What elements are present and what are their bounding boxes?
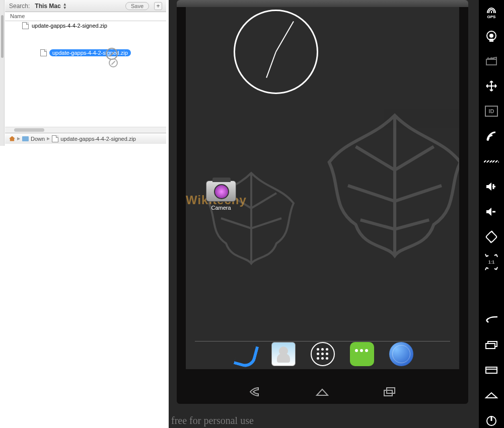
zip-file-icon bbox=[40, 49, 47, 56]
search-scope-text: This Mac bbox=[35, 3, 60, 10]
svg-point-3 bbox=[489, 34, 493, 38]
clock-face-icon bbox=[234, 10, 318, 94]
browser-app-icon[interactable] bbox=[389, 342, 413, 366]
ratio-button[interactable]: 1:1 bbox=[484, 254, 499, 270]
phone-app-icon[interactable] bbox=[232, 342, 256, 366]
nav-home-button[interactable] bbox=[315, 386, 330, 399]
id-button[interactable]: ID bbox=[484, 104, 499, 119]
contacts-app-icon[interactable] bbox=[271, 342, 296, 366]
svg-rect-9 bbox=[486, 344, 495, 349]
clock-widget[interactable] bbox=[234, 10, 324, 100]
home-icon[interactable] bbox=[9, 136, 15, 141]
camera-icon bbox=[206, 181, 236, 202]
search-label: Search: bbox=[9, 3, 30, 10]
path-bar: ▶ Down ▶ update-gapps-4-4-2-signed.zip bbox=[5, 133, 166, 144]
emulator-title-bar[interactable] bbox=[177, 0, 468, 7]
path-separator-icon: ▶ bbox=[17, 136, 20, 141]
horizontal-scrollbar[interactable] bbox=[5, 127, 166, 133]
nav-back-button[interactable] bbox=[248, 386, 262, 400]
svg-rect-8 bbox=[486, 231, 497, 243]
search-toolbar: Search: This Mac ▲▼ Save + bbox=[5, 0, 166, 12]
search-scope-dropdown[interactable]: This Mac ▲▼ bbox=[35, 3, 66, 10]
zip-file-icon bbox=[22, 22, 29, 29]
volume-down-button[interactable] bbox=[484, 204, 499, 219]
android-screen[interactable]: Wikitechy Camera bbox=[186, 7, 459, 369]
no-drop-icon bbox=[109, 58, 118, 67]
svg-point-7 bbox=[487, 139, 489, 141]
ratio-label: 1:1 bbox=[488, 260, 495, 265]
home-button[interactable] bbox=[484, 388, 499, 403]
column-header-name[interactable]: Name bbox=[5, 12, 166, 21]
footer-text: free for personal use bbox=[171, 415, 254, 426]
move-button[interactable] bbox=[484, 78, 499, 94]
add-rule-button[interactable]: + bbox=[154, 2, 162, 10]
path-separator-icon: ▶ bbox=[47, 136, 50, 141]
finder-window: Search: This Mac ▲▼ Save + Name update-g… bbox=[5, 0, 166, 146]
camera-label: Camera bbox=[203, 205, 239, 211]
power-button[interactable] bbox=[484, 413, 499, 428]
pixel-line-icon bbox=[484, 160, 499, 162]
file-list: update-gapps-4-4-2-signed.zip update-gap… bbox=[5, 21, 166, 127]
vertical-scrollbar[interactable] bbox=[0, 0, 5, 146]
folder-icon[interactable] bbox=[22, 136, 29, 141]
pixel-button[interactable] bbox=[484, 154, 499, 169]
emulator-frame: Wikitechy Camera bbox=[177, 0, 468, 404]
messaging-app-icon[interactable] bbox=[350, 342, 374, 366]
camera-app[interactable]: Camera bbox=[203, 181, 239, 211]
gps-label: GPS bbox=[487, 15, 496, 19]
app-drawer-icon[interactable] bbox=[311, 342, 335, 366]
camera-button[interactable] bbox=[484, 28, 499, 43]
back-button[interactable] bbox=[484, 312, 499, 327]
menu-button[interactable] bbox=[484, 363, 499, 378]
volume-up-button[interactable] bbox=[484, 179, 499, 194]
dropdown-arrows-icon: ▲▼ bbox=[63, 3, 67, 10]
svg-rect-10 bbox=[486, 367, 497, 373]
wallpaper-leaf bbox=[317, 108, 459, 264]
path-file[interactable]: update-gapps-4-4-2-signed.zip bbox=[60, 136, 136, 142]
emulator-panel: Wikitechy Camera free for personal use bbox=[169, 0, 504, 428]
rss-button[interactable] bbox=[484, 129, 499, 144]
rotate-button[interactable] bbox=[484, 229, 499, 244]
svg-rect-5 bbox=[486, 59, 496, 65]
file-name: update-gapps-4-4-2-signed.zip bbox=[32, 23, 107, 29]
clapperboard-button[interactable] bbox=[484, 53, 499, 68]
recent-button[interactable] bbox=[484, 337, 499, 353]
emulator-sidebar: GPS ID 1:1 bbox=[479, 0, 504, 428]
nav-recent-button[interactable] bbox=[383, 386, 397, 399]
path-downloads[interactable]: Down bbox=[31, 136, 45, 142]
gps-button[interactable]: GPS bbox=[484, 3, 499, 18]
dock bbox=[186, 340, 459, 368]
drag-file-name: update-gapps-4-4-2-signed.zip bbox=[49, 49, 131, 56]
svg-point-6 bbox=[490, 85, 492, 87]
android-nav-bar bbox=[177, 381, 468, 404]
file-row[interactable]: update-gapps-4-4-2-signed.zip bbox=[5, 21, 166, 30]
save-button[interactable]: Save bbox=[125, 2, 149, 10]
id-label: ID bbox=[485, 106, 498, 117]
zip-file-icon bbox=[52, 135, 58, 142]
